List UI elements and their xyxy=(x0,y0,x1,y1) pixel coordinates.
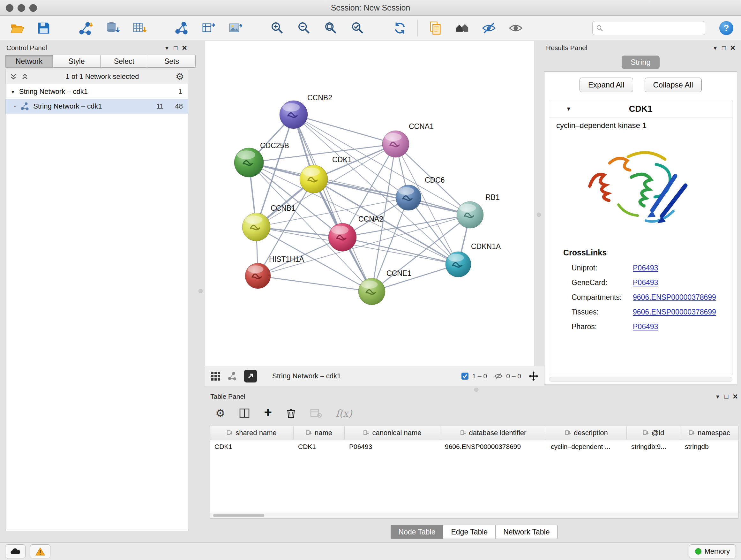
results-hscrollbar[interactable] xyxy=(549,377,732,381)
table-cell[interactable]: CDK1 xyxy=(210,440,293,453)
edge-CCNB2-RB1[interactable] xyxy=(293,115,470,215)
table-settings-gear-icon[interactable]: ⚙ xyxy=(215,408,225,419)
scrollbar-thumb[interactable] xyxy=(213,514,264,517)
column-header[interactable]: @id xyxy=(627,426,680,440)
panel-float-icon[interactable]: □ xyxy=(722,45,726,51)
column-header[interactable]: shared name xyxy=(210,426,293,440)
zoom-window-button[interactable] xyxy=(29,4,37,12)
table-cell[interactable]: CDK1 xyxy=(293,440,345,453)
edge-CCNB2-CCNA1[interactable] xyxy=(293,115,396,144)
eye-button[interactable] xyxy=(507,19,525,37)
crosslink-value-link[interactable]: 9606.ENSP00000378699 xyxy=(633,308,716,316)
node-highlight xyxy=(302,168,320,176)
panel-float-icon[interactable]: □ xyxy=(174,45,178,51)
crosslink-value-link[interactable]: P06493 xyxy=(633,322,658,331)
export-image-button[interactable] xyxy=(226,19,245,37)
zoom-selected-button[interactable] xyxy=(348,19,367,37)
checkbox-icon[interactable] xyxy=(461,372,469,380)
table-hscrollbar[interactable] xyxy=(210,513,738,518)
tab-node-table[interactable]: Node Table xyxy=(391,525,444,539)
collapse-all-button[interactable]: Collapse All xyxy=(645,78,702,92)
panel-menu-icon[interactable]: ▾ xyxy=(714,45,717,51)
column-header[interactable]: database identifier xyxy=(441,426,546,440)
crosslink-label: Uniprot: xyxy=(571,264,633,272)
tab-edge-table[interactable]: Edge Table xyxy=(443,525,495,539)
grid-view-icon[interactable] xyxy=(210,371,220,381)
panel-menu-icon[interactable]: ▾ xyxy=(716,393,719,400)
table-cell[interactable]: stringdb:9... xyxy=(627,440,680,453)
column-header[interactable]: namespac xyxy=(680,426,738,440)
zoom-fit-button[interactable] xyxy=(322,19,340,37)
crosslink-value-link[interactable]: P06493 xyxy=(633,278,658,287)
birdseye-view-button[interactable] xyxy=(244,370,257,382)
node-label-CCNA1: CCNA1 xyxy=(409,122,434,131)
left-splitter-handle[interactable] xyxy=(199,289,203,293)
delete-column-trash-icon[interactable] xyxy=(286,408,296,419)
tab-sets[interactable]: Sets xyxy=(148,55,196,68)
table-cell[interactable]: P06493 xyxy=(345,440,441,453)
network-view-canvas[interactable]: CCNB2CCNA1CDC25BCDK1CDC6RB1CCNB1CCNA2CDK… xyxy=(205,41,534,366)
import-table-button[interactable] xyxy=(130,19,149,37)
cloud-status-button[interactable] xyxy=(5,544,25,558)
right-splitter-handle[interactable] xyxy=(537,212,541,217)
panel-float-icon[interactable]: □ xyxy=(724,393,728,400)
panel-menu-icon[interactable]: ▾ xyxy=(165,45,169,51)
close-window-button[interactable] xyxy=(6,4,13,12)
panel-close-icon[interactable]: × xyxy=(733,392,738,401)
table-row[interactable]: CDK1CDK1P064939606.ENSP00000378699cyclin… xyxy=(210,440,738,453)
tab-string[interactable]: String xyxy=(622,56,660,69)
open-session-button[interactable] xyxy=(8,19,26,37)
expand-all-icon[interactable] xyxy=(21,72,29,81)
network-row[interactable]: ● String Network – cdk1 11 48 xyxy=(5,99,188,114)
memory-button[interactable]: Memory xyxy=(689,544,736,558)
import-network-from-file-button[interactable] xyxy=(77,19,95,37)
columns-icon[interactable] xyxy=(239,408,250,419)
gear-icon[interactable]: ⚙ xyxy=(176,72,184,81)
bottom-splitter-handle[interactable] xyxy=(474,388,478,392)
tab-network-table[interactable]: Network Table xyxy=(495,525,557,539)
network-label: String Network – cdk1 xyxy=(33,102,102,111)
column-header[interactable]: canonical name xyxy=(345,426,441,440)
table-cell[interactable]: cyclin–dependent ... xyxy=(546,440,627,453)
network-collection-row[interactable]: ▼ String Network – cdk1 1 xyxy=(5,84,188,99)
edge-CDK1-RB1[interactable] xyxy=(314,179,470,215)
edge-CDKN1A-CCNE1[interactable] xyxy=(372,264,458,292)
collapse-all-icon[interactable] xyxy=(9,72,17,81)
crosslink-value-link[interactable]: 9606.ENSP00000378699 xyxy=(633,293,716,302)
results-panel-title: Results Panel xyxy=(546,44,588,52)
network-graph[interactable]: CCNB2CCNA1CDC25BCDK1CDC6RB1CCNB1CCNA2CDK… xyxy=(205,41,534,366)
tab-select[interactable]: Select xyxy=(100,55,148,68)
import-network-from-database-button[interactable] xyxy=(104,19,122,37)
minimize-window-button[interactable] xyxy=(17,4,25,12)
hidden-eye-icon[interactable] xyxy=(494,372,503,381)
save-session-button[interactable] xyxy=(35,19,53,37)
crosslink-label: Pharos: xyxy=(571,322,633,331)
copy-document-button[interactable] xyxy=(426,19,445,37)
column-header[interactable]: name xyxy=(293,426,345,440)
tab-style[interactable]: Style xyxy=(53,55,100,68)
disclosure-triangle-icon[interactable]: ▼ xyxy=(10,89,15,95)
column-header[interactable]: description xyxy=(546,426,627,440)
panel-close-icon[interactable]: × xyxy=(182,44,187,52)
zoom-out-button[interactable] xyxy=(295,19,313,37)
crosslink-value-link[interactable]: P06493 xyxy=(633,264,658,272)
pan-move-icon[interactable] xyxy=(528,371,539,381)
search-input[interactable] xyxy=(606,23,702,33)
new-network-from-table-button[interactable] xyxy=(199,19,218,37)
zoom-in-button[interactable] xyxy=(268,19,286,37)
add-column-icon[interactable]: + xyxy=(264,406,272,419)
edge-HIST1H1A-CCNE1[interactable] xyxy=(258,276,372,292)
table-cell[interactable]: 9606.ENSP00000378699 xyxy=(441,440,546,453)
home-button[interactable] xyxy=(453,19,471,37)
table-cell[interactable]: stringdb xyxy=(680,440,738,453)
refresh-button[interactable] xyxy=(391,19,409,37)
eye-slash-button[interactable] xyxy=(480,19,498,37)
help-button[interactable]: ? xyxy=(719,21,733,35)
warnings-button[interactable] xyxy=(30,544,51,558)
section-disclosure-icon[interactable]: ▼ xyxy=(566,106,571,112)
panel-close-icon[interactable]: × xyxy=(730,44,735,52)
new-network-button[interactable] xyxy=(172,19,191,37)
network-overview-icon[interactable] xyxy=(227,371,237,381)
tab-network[interactable]: Network xyxy=(5,55,53,68)
expand-all-button[interactable]: Expand All xyxy=(580,78,633,92)
